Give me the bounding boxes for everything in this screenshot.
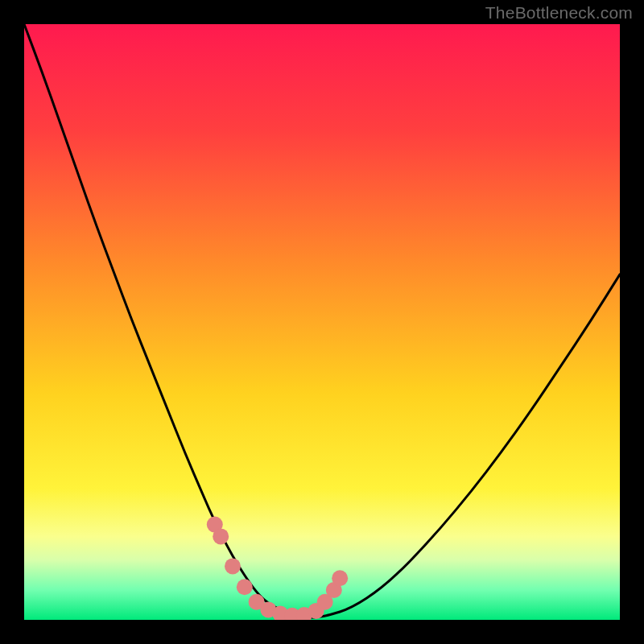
data-markers — [207, 517, 348, 620]
bottleneck-curve — [24, 24, 620, 617]
marker-dot — [237, 579, 253, 595]
marker-dot — [332, 570, 348, 586]
chart-frame: TheBottleneck.com — [0, 0, 644, 644]
curve-layer — [24, 24, 620, 620]
plot-area — [24, 24, 620, 620]
watermark-text: TheBottleneck.com — [485, 3, 633, 23]
marker-dot — [213, 528, 229, 544]
marker-dot — [225, 558, 241, 574]
